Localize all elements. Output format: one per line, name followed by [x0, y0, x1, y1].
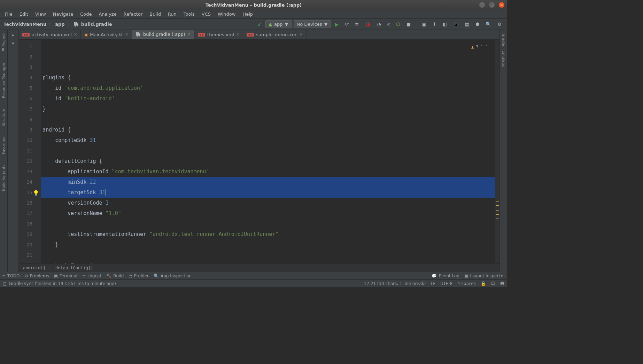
crumb-item[interactable]: defaultConfig{}: [55, 266, 93, 270]
toolwindow-logcat[interactable]: ≡Logcat: [82, 274, 101, 278]
close-icon[interactable]: ✕: [187, 32, 191, 37]
menu-help[interactable]: Help: [240, 10, 256, 18]
search-icon[interactable]: 🔍: [483, 21, 493, 28]
toolwindow-app-inspection[interactable]: 🔍App Inspection: [154, 274, 192, 278]
menu-file[interactable]: File: [2, 10, 15, 18]
settings-icon[interactable]: ⚙: [495, 21, 504, 28]
status-icon[interactable]: ▢: [3, 281, 7, 286]
code-line[interactable]: defaultConfig {: [41, 156, 495, 166]
line-ending[interactable]: LF: [431, 281, 435, 286]
code-line[interactable]: versionCode 1: [41, 198, 495, 208]
code-line[interactable]: }: [41, 104, 495, 114]
menu-code[interactable]: Code: [77, 10, 94, 18]
code-line[interactable]: testInstrumentationRunner "androidx.test…: [41, 229, 495, 239]
intention-bulb-icon[interactable]: 💡: [33, 188, 39, 198]
device-manager-icon[interactable]: 📱: [451, 21, 461, 28]
left-strip-resource-manager[interactable]: Resource Manager: [1, 61, 6, 100]
close-icon[interactable]: ✕: [236, 32, 239, 37]
code-line[interactable]: minSdk 22: [41, 177, 495, 187]
code-line[interactable]: versionName "1.0": [41, 208, 495, 219]
code-line[interactable]: }: [41, 239, 495, 250]
code-line[interactable]: compileSdk 31: [41, 135, 495, 145]
menu-run[interactable]: Run: [165, 10, 179, 18]
collapse-icon[interactable]: ▾: [10, 40, 16, 46]
menu-view[interactable]: View: [32, 10, 49, 18]
code-line[interactable]: id 'com.android.application': [41, 83, 495, 93]
android-bug-icon[interactable]: ⬡: [394, 21, 402, 28]
crumb-item[interactable]: android{}: [23, 266, 46, 270]
close-icon[interactable]: ✕: [74, 32, 77, 37]
caret-position[interactable]: 12:21 (30 chars, 1 line break): [364, 281, 426, 286]
menu-vcs[interactable]: VCS: [199, 10, 214, 18]
code-editor[interactable]: 123456789101112131415161718192021 ▲ 7 ˆ …: [19, 40, 499, 263]
code-line[interactable]: [41, 219, 495, 229]
down-icon[interactable]: ˇ: [485, 42, 488, 52]
code-line[interactable]: [41, 145, 495, 156]
menu-refactor[interactable]: Refactor: [121, 10, 146, 18]
close-icon[interactable]: ✕: [300, 32, 303, 37]
coverage-icon[interactable]: ≡: [353, 21, 361, 28]
toolwindow-terminal[interactable]: ▣Terminal: [54, 274, 77, 278]
code-line[interactable]: 💡 targetSdk 31: [41, 187, 495, 198]
toolwindow-layout-inspector[interactable]: ▦Layout Inspector: [464, 274, 505, 278]
toolwindow-event-log[interactable]: 💬Event Log: [432, 274, 459, 278]
left-strip-build-variants[interactable]: Build Variants: [1, 163, 6, 193]
right-strip-emulator[interactable]: Emulator: [501, 48, 506, 70]
expand-icon[interactable]: ▸: [10, 32, 16, 38]
debug-icon[interactable]: 🐞: [363, 21, 373, 28]
code-line[interactable]: id 'kotlin-android': [41, 93, 495, 104]
device-selector[interactable]: No Devices ▼: [294, 20, 331, 28]
memory-icon[interactable]: ☺: [491, 281, 495, 286]
breadcrumb-root[interactable]: TechVidvanMenu: [3, 22, 46, 27]
app-inspection-icon[interactable]: ⬢: [473, 21, 481, 28]
avd-manager-icon[interactable]: ▣: [420, 21, 428, 28]
tab-build-gradle-app-[interactable]: 🐘build.gradle (:app)✕: [132, 30, 194, 39]
run-button[interactable]: ▶: [333, 21, 341, 28]
profile-icon[interactable]: ◔: [375, 21, 383, 28]
toolwindow-build[interactable]: 🔨Build: [106, 274, 124, 278]
code-line[interactable]: [41, 114, 495, 125]
menu-build[interactable]: Build: [147, 10, 164, 18]
resource-manager-icon[interactable]: ◧: [440, 21, 449, 28]
attach-debugger-icon[interactable]: ⎋: [385, 21, 392, 28]
run-config-selector[interactable]: ▲ app ▼: [265, 20, 291, 28]
ide-status-icon[interactable]: ☻: [500, 281, 504, 286]
window-close-button[interactable]: ✕: [499, 2, 504, 8]
tab-mainactivity-kt[interactable]: ◆MainActivity.kt✕: [81, 30, 132, 39]
code-line[interactable]: buildTypes {: [41, 260, 495, 263]
menu-analyze[interactable]: Analyze: [96, 10, 119, 18]
menu-navigate[interactable]: Navigate: [50, 10, 76, 18]
inspection-widget[interactable]: ▲ 7 ˆ ˇ: [471, 42, 488, 52]
menu-tools[interactable]: Tools: [181, 10, 197, 18]
window-maximize-button[interactable]: ☐: [489, 2, 495, 8]
code-area[interactable]: ▲ 7 ˆ ˇ plugins { id 'com.android.applic…: [41, 40, 495, 263]
toolwindow-todo[interactable]: ≡TODO: [2, 274, 20, 278]
sync-icon[interactable]: ↙: [255, 21, 263, 28]
code-line[interactable]: [41, 250, 495, 260]
stop-icon[interactable]: ■: [404, 21, 413, 28]
close-icon[interactable]: ✕: [125, 32, 128, 37]
tab-sample-menu-xml[interactable]: <>sample_menu.xml✕: [243, 30, 307, 39]
breadcrumb-module[interactable]: app: [55, 22, 64, 27]
code-line[interactable]: applicationId "com.techvidvan.techvidvan…: [41, 166, 495, 177]
left-strip-structure[interactable]: Structure: [1, 106, 6, 128]
menu-edit[interactable]: Edit: [17, 10, 31, 18]
window-minimize-button[interactable]: –: [479, 2, 485, 8]
toolwindow-profiler[interactable]: ◔Profiler: [129, 274, 149, 278]
indent-setting[interactable]: 4 spaces: [457, 281, 476, 286]
tab-activity-main-xml[interactable]: <>activity_main.xml✕: [19, 30, 81, 39]
left-strip-favorites[interactable]: Favorites: [1, 135, 6, 156]
readonly-icon[interactable]: 🔓: [481, 281, 486, 286]
up-icon[interactable]: ˆ: [481, 42, 483, 52]
right-strip-gradle[interactable]: Gradle: [501, 31, 506, 48]
menu-window[interactable]: Window: [215, 10, 238, 18]
encoding[interactable]: UTF-8: [440, 281, 452, 286]
code-line[interactable]: plugins {: [41, 72, 495, 83]
left-strip-project[interactable]: ◨ Project: [1, 31, 6, 54]
apply-changes-icon[interactable]: ⟳: [343, 21, 351, 28]
tab-themes-xml[interactable]: <>themes.xml✕: [194, 30, 243, 39]
toolwindow-problems[interactable]: ⊘Problems: [25, 274, 49, 278]
breadcrumb-file[interactable]: build.gradle: [81, 22, 112, 27]
code-line[interactable]: android {: [41, 125, 495, 135]
layout-inspector-icon[interactable]: ▦: [463, 21, 471, 28]
